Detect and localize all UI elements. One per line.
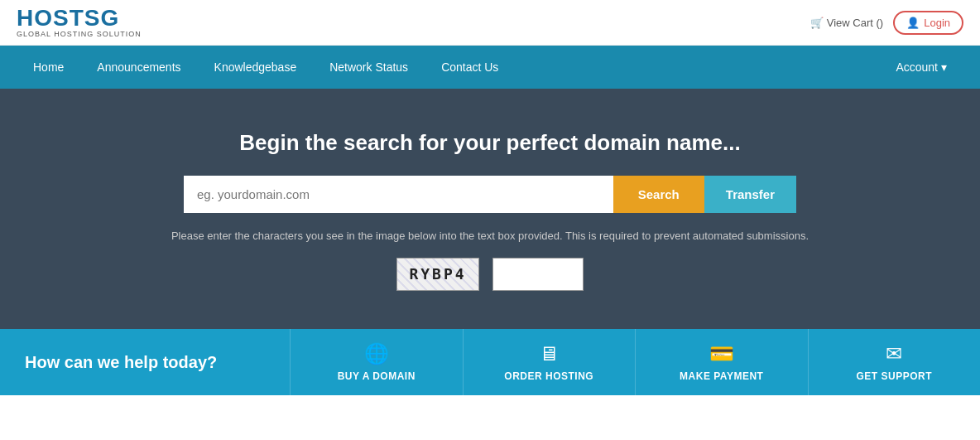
action-order-hosting[interactable]: 🖥 ORDER HOSTING <box>463 329 636 395</box>
nav-account-link[interactable]: Account ▾ <box>879 46 963 89</box>
globe-icon: 🌐 <box>364 342 389 365</box>
captcha-input[interactable] <box>492 258 584 291</box>
login-button[interactable]: 👤 Login <box>893 11 963 35</box>
top-bar: HOSTSG GLOBAL HOSTING SOLUTION 🛒 View Ca… <box>0 0 980 46</box>
envelope-icon: ✉ <box>886 342 902 365</box>
captcha-image: RYBP4 <box>396 258 479 291</box>
credit-card-icon: 💳 <box>709 342 734 365</box>
action-label-buy-domain: BUY A DOMAIN <box>338 370 416 382</box>
action-make-payment[interactable]: 💳 MAKE PAYMENT <box>635 329 808 395</box>
nav-item-contact-us[interactable]: Contact Us <box>425 46 515 89</box>
bottom-actions: 🌐 BUY A DOMAIN 🖥 ORDER HOSTING 💳 MAKE PA… <box>290 329 980 395</box>
login-label: Login <box>924 17 950 29</box>
search-row: Search Transfer <box>184 176 796 213</box>
captcha-notice: Please enter the characters you see in t… <box>17 228 963 244</box>
nav-bar: Home Announcements Knowledgebase Network… <box>0 46 980 89</box>
server-icon: 🖥 <box>539 342 559 365</box>
nav-right: Account ▾ <box>879 46 963 89</box>
help-text: How can we help today? <box>0 329 290 395</box>
nav-item-network-status[interactable]: Network Status <box>313 46 425 89</box>
hero-heading: Begin the search for your perfect domain… <box>17 130 963 156</box>
nav-item-knowledgebase[interactable]: Knowledgebase <box>198 46 314 89</box>
cart-label: View Cart () <box>827 17 883 29</box>
action-get-support[interactable]: ✉ GET SUPPORT <box>808 329 981 395</box>
logo-sub: GLOBAL HOSTING SOLUTION <box>17 30 142 38</box>
action-label-make-payment: MAKE PAYMENT <box>680 370 763 382</box>
action-label-get-support: GET SUPPORT <box>856 370 932 382</box>
view-cart-link[interactable]: 🛒 View Cart () <box>810 17 883 29</box>
captcha-row: RYBP4 <box>17 258 963 291</box>
nav-item-announcements[interactable]: Announcements <box>80 46 197 89</box>
bottom-bar: How can we help today? 🌐 BUY A DOMAIN 🖥 … <box>0 329 980 395</box>
user-icon: 👤 <box>906 17 920 29</box>
search-button[interactable]: Search <box>613 176 704 213</box>
captcha-code: RYBP4 <box>409 265 466 283</box>
logo-area: HOSTSG GLOBAL HOSTING SOLUTION <box>17 7 142 38</box>
chevron-down-icon: ▾ <box>941 60 947 74</box>
nav-item-home[interactable]: Home <box>17 46 80 89</box>
hero-section: Begin the search for your perfect domain… <box>0 89 980 329</box>
action-label-order-hosting: ORDER HOSTING <box>504 370 593 382</box>
top-right-actions: 🛒 View Cart () 👤 Login <box>810 11 963 35</box>
logo-text: HOSTSG <box>17 7 142 30</box>
cart-icon: 🛒 <box>810 17 824 29</box>
account-label: Account <box>896 60 938 74</box>
action-buy-domain[interactable]: 🌐 BUY A DOMAIN <box>290 329 463 395</box>
transfer-button[interactable]: Transfer <box>704 176 796 213</box>
domain-search-input[interactable] <box>184 176 613 213</box>
